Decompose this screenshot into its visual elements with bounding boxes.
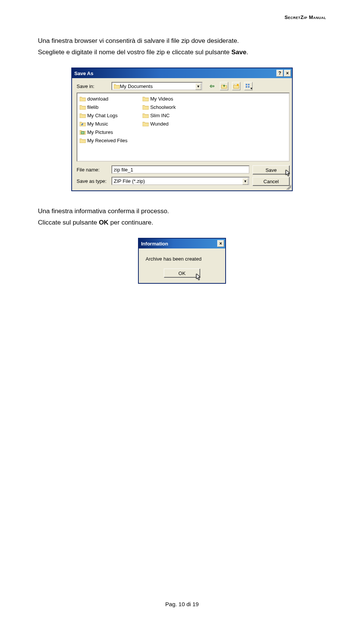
folder-icon: [143, 104, 149, 110]
help-button[interactable]: ?: [276, 70, 283, 77]
folder-item[interactable]: filelib: [80, 103, 127, 111]
folder-item[interactable]: My Music: [80, 120, 127, 127]
folder-item[interactable]: My Pictures: [80, 128, 127, 136]
folder-label: Slim INC: [150, 113, 169, 118]
paragraph-4-post: per continuare.: [108, 219, 153, 226]
dropdown-arrow-icon[interactable]: ▼: [195, 83, 201, 90]
folder-item[interactable]: download: [80, 95, 127, 102]
folder-icon: [143, 113, 149, 118]
folder-icon: [80, 138, 86, 143]
folder-item[interactable]: My Chat Logs: [80, 112, 127, 119]
filename-input[interactable]: zip file_1: [111, 165, 249, 174]
back-icon[interactable]: ⇦: [208, 82, 216, 90]
folder-icon: [114, 83, 120, 89]
save-as-type-label: Save as type:: [77, 178, 111, 184]
close-button[interactable]: ×: [284, 70, 291, 77]
paragraph-2-pre: Scegliete e digitate il nome del vostro …: [38, 49, 231, 56]
file-column-1: download filelib My Chat Logs My Music M…: [80, 95, 127, 159]
dialog-title: Information: [141, 241, 168, 247]
paragraph-4-pre: Cliccate sul pulsante: [38, 219, 99, 226]
svg-rect-1: [246, 84, 247, 85]
filename-value: zip file_1: [114, 167, 133, 173]
save-in-combo[interactable]: My Documents ▼: [111, 82, 202, 90]
save-as-type-value: ZIP File (*.zip): [114, 178, 145, 184]
cancel-button[interactable]: Cancel: [253, 177, 290, 186]
save-in-label: Save in:: [77, 83, 111, 89]
music-folder-icon: [80, 121, 86, 126]
dialog-title: Save As: [74, 71, 93, 76]
svg-rect-5: [81, 132, 84, 134]
folder-label: Wunded: [150, 121, 168, 127]
cursor-icon: [196, 273, 202, 281]
resize-grip-icon[interactable]: [286, 184, 291, 190]
new-folder-icon[interactable]: [232, 82, 240, 90]
page-footer: Pag. 10 di 19: [0, 601, 364, 607]
save-button-label: Save: [265, 167, 277, 173]
folder-label: My Music: [87, 121, 108, 127]
cursor-icon: [286, 170, 292, 177]
view-mode-icon[interactable]: ▼: [244, 82, 253, 90]
paragraph-2-post: .: [246, 49, 248, 56]
folder-label: filelib: [87, 104, 99, 110]
folder-item[interactable]: Wunded: [143, 120, 176, 127]
folder-label: download: [87, 96, 108, 102]
pictures-folder-icon: [80, 129, 86, 135]
folder-icon: [80, 96, 86, 101]
ok-button[interactable]: OK: [164, 269, 200, 278]
folder-item[interactable]: Schoolwork: [143, 103, 176, 111]
paragraph-2: Scegliete e digitate il nome del vostro …: [38, 47, 326, 57]
folder-icon: [143, 121, 149, 126]
file-column-2: My Videos Schoolwork Slim INC Wunded: [143, 95, 176, 159]
filename-label: File name:: [77, 167, 111, 173]
paragraph-3: Una finestra informativa conferma il pro…: [38, 206, 326, 216]
close-button[interactable]: ×: [217, 240, 224, 247]
folder-label: My Videos: [150, 96, 173, 102]
folder-label: My Pictures: [87, 129, 113, 135]
folder-item[interactable]: Slim INC: [143, 112, 176, 119]
svg-rect-2: [248, 84, 249, 85]
titlebar[interactable]: Information ×: [139, 239, 225, 248]
information-dialog: Information × Archive has been created O…: [138, 238, 226, 284]
paragraph-2-bold: Save: [231, 49, 246, 56]
folder-label: My Chat Logs: [87, 113, 118, 118]
paragraph-4-bold: OK: [99, 219, 109, 226]
file-list-area[interactable]: download filelib My Chat Logs My Music M…: [77, 93, 290, 162]
titlebar[interactable]: Save As ? ×: [72, 68, 292, 78]
svg-rect-3: [246, 86, 247, 88]
page-header: SecretZip Manual: [284, 14, 326, 20]
folder-label: My Received Files: [87, 138, 127, 143]
up-folder-icon[interactable]: [220, 82, 228, 90]
folder-item[interactable]: My Received Files: [80, 137, 127, 144]
dropdown-arrow-icon[interactable]: ▼: [242, 178, 248, 185]
svg-rect-4: [248, 86, 249, 88]
save-as-type-combo[interactable]: ZIP File (*.zip) ▼: [111, 177, 249, 185]
info-message: Archive has been created: [143, 256, 221, 262]
save-in-value: My Documents: [120, 83, 153, 89]
folder-label: Schoolwork: [150, 104, 176, 110]
ok-button-label: OK: [179, 270, 186, 276]
paragraph-1: Una finestra browser vi consentirà di sa…: [38, 36, 326, 46]
folder-item[interactable]: My Videos: [143, 95, 176, 102]
folder-icon: [80, 113, 86, 118]
paragraph-4: Cliccate sul pulsante OK per continuare.: [38, 218, 326, 228]
save-as-dialog: Save As ? × Save in: My Documents ▼: [71, 68, 293, 191]
folder-icon: [143, 96, 149, 101]
save-button[interactable]: Save: [253, 165, 290, 174]
folder-icon: [80, 104, 86, 110]
